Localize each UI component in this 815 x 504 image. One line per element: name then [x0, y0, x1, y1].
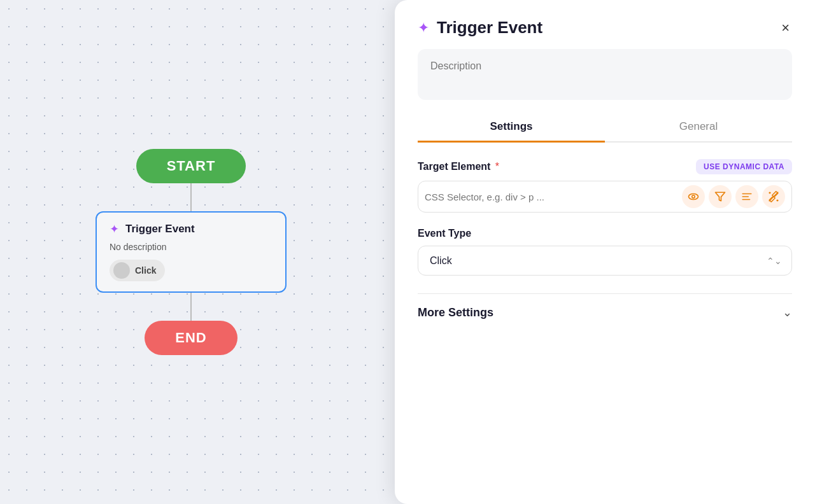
trigger-event-panel: ✦ Trigger Event × Settings General Targe… [395, 0, 815, 504]
flow-connector-top [190, 183, 192, 211]
trigger-event-node[interactable]: ✦ Trigger Event No description Click [96, 211, 287, 293]
panel-header: ✦ Trigger Event × [418, 18, 792, 38]
panel-title-group: ✦ Trigger Event [418, 18, 542, 38]
required-indicator: * [495, 161, 499, 172]
svg-point-1 [692, 195, 695, 199]
magic-wand-icon [768, 191, 779, 202]
event-type-select-wrapper: Click Mouseover Mouseout Focus Blur Chan… [418, 246, 792, 276]
filter-icon-button[interactable] [709, 185, 732, 208]
eye-icon [688, 191, 699, 202]
close-button[interactable]: × [779, 18, 792, 38]
event-type-label: Event Type [418, 228, 792, 239]
css-selector-row [418, 181, 792, 213]
svg-point-0 [689, 194, 698, 200]
list-icon-button[interactable] [735, 185, 758, 208]
filter-icon [714, 191, 726, 202]
magic-icon-button[interactable] [762, 185, 785, 208]
svg-point-8 [777, 200, 778, 201]
tab-settings[interactable]: Settings [418, 114, 605, 143]
use-dynamic-data-button[interactable]: USE DYNAMIC DATA [696, 159, 792, 174]
more-settings-label: More Settings [418, 306, 493, 319]
css-selector-input[interactable] [425, 192, 678, 202]
eye-icon-button[interactable] [682, 185, 705, 208]
badge-label: Click [135, 265, 156, 276]
chevron-down-icon: ⌄ [783, 305, 792, 319]
end-node: END [145, 321, 237, 355]
tab-general[interactable]: General [605, 114, 792, 143]
svg-point-7 [769, 192, 770, 193]
target-element-label-row: Target Element * USE DYNAMIC DATA [418, 159, 792, 174]
start-node: START [136, 149, 246, 183]
panel-title: Trigger Event [437, 18, 542, 38]
target-element-label: Target Element * [418, 161, 499, 172]
trigger-node-description: No description [110, 242, 273, 252]
list-icon [741, 191, 753, 202]
trigger-badge: Click [110, 260, 165, 281]
sparkle-icon-node: ✦ [110, 223, 119, 235]
event-type-select[interactable]: Click Mouseover Mouseout Focus Blur Chan… [418, 246, 792, 276]
flow-diagram: START ✦ Trigger Event No description Cli… [0, 0, 382, 504]
trigger-node-title: Trigger Event [125, 223, 195, 235]
more-settings-row[interactable]: More Settings ⌄ [418, 293, 792, 331]
flow-connector-bottom [190, 293, 192, 321]
panel-tabs: Settings General [418, 114, 792, 143]
badge-icon [113, 262, 130, 279]
svg-marker-2 [716, 192, 725, 201]
description-input[interactable] [418, 49, 792, 100]
sparkle-icon-panel: ✦ [418, 21, 429, 35]
trigger-node-header: ✦ Trigger Event [110, 223, 273, 235]
